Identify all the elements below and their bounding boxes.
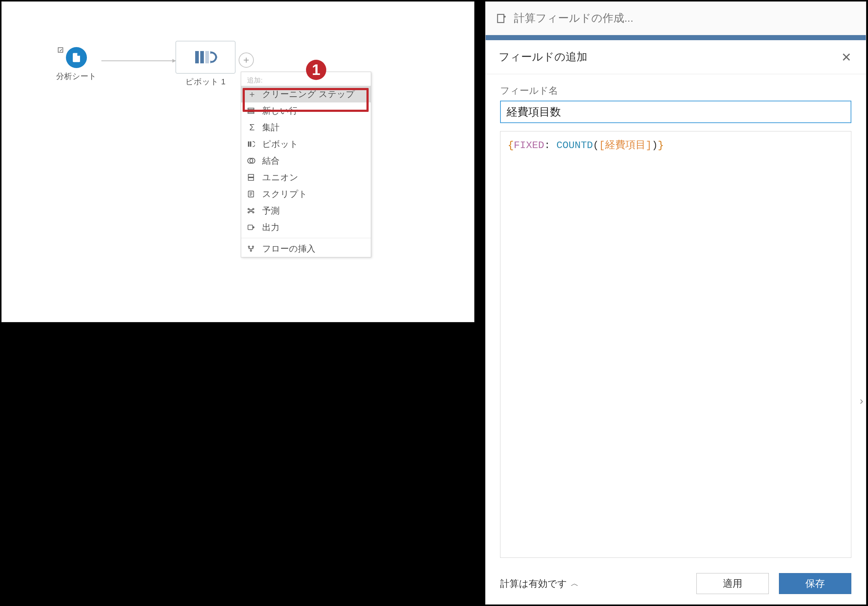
- rows-icon: [247, 107, 257, 115]
- formula-token: }: [658, 140, 664, 151]
- script-icon: [247, 190, 257, 198]
- svg-point-17: [248, 212, 250, 213]
- field-name-input[interactable]: [500, 101, 851, 123]
- join-icon: [247, 157, 257, 165]
- formula-token: [経費項目]: [599, 140, 652, 151]
- add-step-menu: 追加: ＋ クリーニング ステップ 新しい行 Σ 集計 ピボット: [241, 72, 371, 257]
- panel-header: フィールドの追加 ✕: [485, 40, 866, 74]
- formula-token: COUNTD: [556, 140, 593, 151]
- formula-token: (: [593, 140, 599, 151]
- menu-item-pivot[interactable]: ピボット: [241, 136, 371, 152]
- add-step-button[interactable]: +: [239, 53, 254, 68]
- close-icon: ✕: [841, 50, 851, 64]
- menu-header: 追加:: [241, 73, 371, 86]
- menu-item-label: クリーニング ステップ: [262, 88, 355, 100]
- panel-titlebar: 計算フィールドの作成...: [485, 2, 866, 35]
- datasource-icon: [66, 47, 87, 68]
- pivot-icon: [193, 48, 219, 66]
- panel-footer: 計算は有効です ︿ 適用 保存: [485, 565, 866, 604]
- status-label: 計算は有効です: [500, 577, 567, 590]
- svg-rect-2: [200, 51, 204, 64]
- formula-token: FIXED: [514, 140, 544, 151]
- svg-rect-8: [250, 141, 251, 147]
- svg-rect-11: [248, 175, 254, 177]
- expand-reference-button[interactable]: ›: [856, 393, 867, 409]
- menu-item-label: 集計: [262, 122, 279, 133]
- menu-item-clean-step[interactable]: ＋ クリーニング ステップ: [241, 86, 371, 102]
- panel-title: 計算フィールドの作成...: [514, 11, 633, 26]
- formula-token: :: [544, 140, 556, 151]
- chevron-up-icon: ︿: [571, 578, 579, 589]
- predict-icon: [247, 207, 257, 215]
- new-calc-icon: [496, 13, 507, 24]
- flow-node-label: 分析シート: [56, 71, 97, 82]
- calc-status[interactable]: 計算は有効です ︿: [500, 577, 686, 590]
- menu-separator: [241, 238, 371, 238]
- accent-bar: [485, 35, 866, 40]
- save-button[interactable]: 保存: [779, 573, 851, 594]
- menu-item-predict[interactable]: 予測: [241, 202, 371, 219]
- svg-point-16: [253, 209, 254, 210]
- close-button[interactable]: ✕: [840, 51, 853, 64]
- flow-node-label: ピボット 1: [176, 76, 236, 87]
- svg-rect-5: [248, 110, 254, 112]
- svg-rect-6: [248, 112, 254, 114]
- menu-item-union[interactable]: ユニオン: [241, 169, 371, 186]
- plus-icon: ＋: [247, 88, 257, 100]
- formula-token: ): [652, 140, 658, 151]
- menu-item-label: 出力: [262, 222, 279, 233]
- menu-item-output[interactable]: 出力: [241, 219, 371, 236]
- menu-item-label: フローの挿入: [262, 243, 315, 254]
- field-name-label: フィールド名: [500, 84, 851, 97]
- menu-item-insert-flow[interactable]: フローの挿入: [241, 240, 371, 257]
- apply-button[interactable]: 適用: [696, 573, 769, 594]
- callout-badge-1: 1: [306, 60, 326, 80]
- panel-header-title: フィールドの追加: [499, 50, 587, 64]
- formula-editor[interactable]: {FIXED: COUNTD([経費項目])}: [500, 131, 851, 558]
- menu-item-join[interactable]: 結合: [241, 152, 371, 169]
- menu-item-script[interactable]: スクリプト: [241, 186, 371, 202]
- svg-rect-7: [248, 141, 250, 147]
- flow-canvas-panel: 分析シート ピボット 1 + 1: [2, 2, 474, 322]
- calc-field-panel: 計算フィールドの作成... フィールドの追加 ✕ フィールド名 {FIXED: …: [485, 2, 866, 604]
- flow-node-analysis-sheet[interactable]: 分析シート: [56, 47, 97, 82]
- referenced-icon: [57, 46, 65, 54]
- svg-point-22: [250, 250, 252, 252]
- menu-item-label: ユニオン: [262, 172, 298, 183]
- formula-token: {: [508, 140, 514, 151]
- pivot-icon: [247, 140, 257, 148]
- menu-item-label: ピボット: [262, 138, 298, 150]
- svg-point-18: [253, 212, 254, 213]
- svg-point-20: [248, 246, 250, 248]
- menu-item-label: 新しい行: [262, 105, 298, 116]
- svg-rect-0: [58, 48, 63, 53]
- output-icon: [247, 223, 257, 231]
- chevron-right-icon: ›: [860, 395, 863, 407]
- flow-insert-icon: [247, 245, 257, 253]
- svg-rect-12: [248, 178, 254, 180]
- svg-rect-19: [248, 225, 253, 230]
- union-icon: [247, 174, 257, 181]
- menu-item-label: スクリプト: [262, 188, 307, 200]
- flow-connector: [101, 60, 176, 61]
- flow-node-pivot[interactable]: ピボット 1: [176, 41, 236, 87]
- svg-rect-1: [195, 51, 199, 64]
- menu-item-label: 予測: [262, 205, 279, 217]
- menu-item-new-rows[interactable]: 新しい行: [241, 102, 371, 119]
- svg-rect-3: [205, 51, 209, 64]
- flow-canvas[interactable]: 分析シート ピボット 1 + 1: [2, 2, 474, 322]
- panel-body: フィールド名 {FIXED: COUNTD([経費項目])} ›: [485, 74, 866, 565]
- menu-item-aggregate[interactable]: Σ 集計: [241, 119, 371, 136]
- svg-point-21: [253, 246, 254, 248]
- svg-rect-23: [498, 14, 504, 22]
- svg-point-15: [248, 209, 250, 210]
- svg-rect-4: [248, 108, 254, 110]
- menu-item-label: 結合: [262, 155, 279, 166]
- sigma-icon: Σ: [247, 122, 257, 132]
